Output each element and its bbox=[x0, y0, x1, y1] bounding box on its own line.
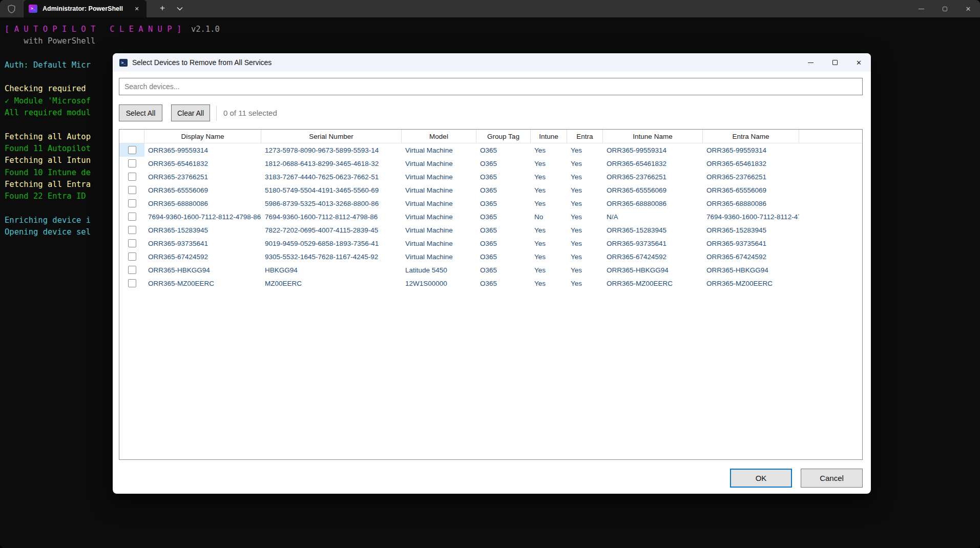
entra-name-cell: ORR365-HBKGG94 bbox=[703, 266, 799, 274]
new-tab-button[interactable]: + bbox=[154, 0, 171, 17]
intune-name-cell: ORR365-65556069 bbox=[603, 186, 703, 194]
ok-button[interactable]: OK bbox=[730, 469, 792, 488]
table-row[interactable]: ORR365-23766251 3183-7267-4440-7625-0623… bbox=[119, 170, 260, 183]
tab-dropdown-button[interactable] bbox=[171, 0, 189, 17]
row-checkbox[interactable] bbox=[128, 199, 136, 207]
terminal-window: >_ Administrator: PowerShell ✕ + ✕ [ A U… bbox=[0, 0, 980, 548]
tab-bar: >_ Administrator: PowerShell ✕ + ✕ bbox=[0, 0, 980, 17]
serial-number-cell: 1273-5978-8090-9673-5899-5593-14 bbox=[261, 146, 402, 154]
group-tag-cell: O365 bbox=[476, 200, 531, 207]
table-header-cell[interactable]: Entra Name bbox=[703, 130, 799, 143]
intune-cell: Yes bbox=[531, 253, 567, 261]
serial-number-cell: 9019-9459-0529-6858-1893-7356-41 bbox=[261, 240, 402, 247]
table-header-cell[interactable]: Entra bbox=[567, 130, 603, 143]
checkbox-cell bbox=[119, 186, 144, 194]
intune-cell: No bbox=[531, 213, 567, 221]
table-header-cell[interactable]: Group Tag bbox=[476, 130, 531, 143]
table-header-cell[interactable] bbox=[799, 130, 862, 143]
checkbox-cell bbox=[119, 213, 144, 221]
checkbox-cell bbox=[119, 266, 144, 274]
model-cell: Virtual Machine bbox=[402, 146, 476, 154]
cancel-button[interactable]: Cancel bbox=[801, 469, 863, 488]
table-header-label: Display Name bbox=[181, 133, 224, 140]
admin-shield-button[interactable] bbox=[0, 0, 23, 17]
group-tag-cell: O365 bbox=[476, 280, 531, 287]
table-header-cell[interactable]: Serial Number bbox=[261, 130, 402, 143]
tab-close-icon[interactable]: ✕ bbox=[131, 3, 142, 14]
row-checkbox[interactable] bbox=[128, 226, 136, 234]
row-checkbox[interactable] bbox=[128, 266, 136, 274]
table-row[interactable]: 7694-9360-1600-7112-8112-4798-86 7694-93… bbox=[119, 210, 156, 223]
dialog-titlebar: >_ Select Devices to Remove from All Ser… bbox=[113, 53, 871, 72]
table-row[interactable]: ORR365-67424592 9305-5532-1645-7628-1167… bbox=[119, 250, 216, 263]
row-checkbox[interactable] bbox=[128, 213, 136, 221]
group-tag-cell: O365 bbox=[476, 226, 531, 234]
entra-cell: Yes bbox=[567, 280, 603, 287]
close-button[interactable]: ✕ bbox=[956, 0, 980, 17]
entra-cell: Yes bbox=[567, 160, 603, 167]
group-tag-cell: O365 bbox=[476, 213, 531, 221]
dialog-minimize-icon bbox=[808, 62, 814, 63]
restore-button[interactable] bbox=[933, 0, 956, 17]
model-cell: Virtual Machine bbox=[402, 213, 476, 221]
dialog-window-controls: ✕ bbox=[799, 53, 871, 72]
display-name-cell: ORR365-65461832 bbox=[144, 160, 261, 167]
row-checkbox[interactable] bbox=[128, 252, 136, 261]
table-row[interactable]: ORR365-65461832 1812-0688-6413-8299-3465… bbox=[119, 157, 236, 170]
table-header-cell[interactable] bbox=[119, 130, 144, 143]
display-name-cell: 7694-9360-1600-7112-8112-4798-86 bbox=[144, 213, 261, 221]
minimize-button[interactable] bbox=[909, 0, 933, 17]
entra-name-cell: ORR365-67424592 bbox=[703, 253, 799, 261]
selection-status: 0 of 11 selected bbox=[223, 109, 277, 117]
search-input[interactable] bbox=[119, 78, 863, 95]
table-header-cell[interactable]: Intune Name bbox=[603, 130, 703, 143]
checkbox-cell bbox=[119, 252, 144, 261]
table-row[interactable]: ORR365-93735641 9019-9459-0529-6858-1893… bbox=[119, 237, 219, 250]
terminal-line: [ A U T O P I L O T C L E A N U P ] v2.1… bbox=[5, 24, 980, 35]
row-checkbox[interactable] bbox=[128, 146, 136, 154]
table-row[interactable]: ORR365-HBKGG94 HBKGG94 Latitude 5450 O36… bbox=[119, 263, 862, 277]
group-tag-cell: O365 bbox=[476, 240, 531, 247]
selection-toolbar: Select All Clear All 0 of 11 selected bbox=[119, 104, 277, 121]
window-controls: ✕ bbox=[909, 0, 980, 17]
dialog-minimize-button[interactable] bbox=[799, 53, 823, 72]
toolbar-divider bbox=[216, 106, 217, 121]
clear-all-button[interactable]: Clear All bbox=[171, 104, 210, 121]
powershell-dialog-icon: >_ bbox=[119, 59, 128, 67]
group-tag-cell: O365 bbox=[476, 186, 531, 194]
table-row[interactable]: ORR365-MZ00EERC MZ00EERC 12W1S00000 O365… bbox=[119, 277, 862, 290]
powershell-tab-icon: >_ bbox=[29, 5, 37, 13]
entra-cell: Yes bbox=[567, 200, 603, 207]
table-header-cell[interactable]: Display Name bbox=[144, 130, 261, 143]
table-row[interactable]: ORR365-99559314 1273-5978-8090-9673-5899… bbox=[119, 143, 144, 157]
tab-administrator-powershell[interactable]: >_ Administrator: PowerShell ✕ bbox=[24, 0, 147, 17]
dialog-close-button[interactable]: ✕ bbox=[847, 53, 871, 72]
table-header-cell[interactable]: Model bbox=[402, 130, 476, 143]
row-checkbox[interactable] bbox=[128, 239, 136, 247]
intune-name-cell: ORR365-23766251 bbox=[603, 173, 703, 181]
table-row[interactable]: ORR365-15283945 7822-7202-0695-4007-4115… bbox=[119, 223, 155, 237]
table-header-cell[interactable]: Intune bbox=[531, 130, 567, 143]
table-row[interactable]: ORR365-68880086 5986-8739-5325-4013-3268… bbox=[119, 197, 174, 210]
table-row[interactable]: ORR365-65556069 5180-5749-5504-4191-3465… bbox=[119, 183, 194, 197]
table-header-row: Display Name Serial Number Model Group T… bbox=[119, 130, 862, 143]
row-checkbox[interactable] bbox=[128, 173, 136, 181]
row-checkbox[interactable] bbox=[128, 279, 136, 287]
model-cell: Virtual Machine bbox=[402, 160, 476, 167]
row-checkbox[interactable] bbox=[128, 159, 136, 167]
device-selection-dialog: >_ Select Devices to Remove from All Ser… bbox=[113, 53, 871, 494]
table-header-label: Serial Number bbox=[309, 133, 353, 140]
serial-number-cell: 5180-5749-5504-4191-3465-5560-69 bbox=[261, 186, 402, 194]
table-header-label: Model bbox=[429, 133, 448, 140]
select-all-button[interactable]: Select All bbox=[119, 104, 162, 121]
dialog-maximize-button[interactable] bbox=[823, 53, 847, 72]
row-checkbox[interactable] bbox=[128, 186, 136, 194]
entra-name-cell: ORR365-23766251 bbox=[703, 173, 799, 181]
entra-cell: Yes bbox=[567, 253, 603, 261]
intune-name-cell: N/A bbox=[603, 213, 703, 221]
entra-name-cell: ORR365-68880086 bbox=[703, 200, 799, 207]
intune-cell: Yes bbox=[531, 186, 567, 194]
model-cell: Virtual Machine bbox=[402, 240, 476, 247]
table-header-label: Entra bbox=[576, 133, 593, 140]
minimize-icon bbox=[919, 9, 924, 9]
